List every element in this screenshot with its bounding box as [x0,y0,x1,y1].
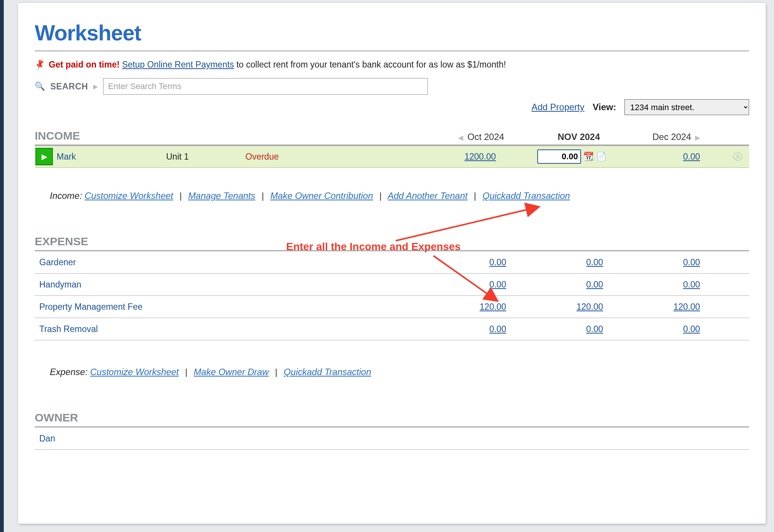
owner-contribution-link[interactable]: Make Owner Contribution [270,191,373,201]
owner-row: Dan [35,427,749,450]
month-prev-col: ◀ Oct 2024 [431,132,530,142]
month-current-label: NOV 2024 [530,132,628,142]
expense-row: Trash Removal0.000.000.00 [35,318,749,340]
expense-row: Property Management Fee120.00120.00120.0… [35,296,749,318]
income-header: INCOME ◀ Oct 2024 NOV 2024 Dec 2024 ▶ [35,129,749,146]
income-row: ▶ Mark Unit 1 Overdue 1200.00 📆 📄 0.00 ⓧ [35,146,749,168]
promo-lead: Get paid on time! [49,60,120,69]
month-next-label: Dec 2024 [652,132,691,142]
income-customize-link[interactable]: Customize Worksheet [85,191,173,201]
note-icon[interactable]: 📄 [596,151,607,162]
promo-link[interactable]: Setup Online Rent Payments [122,60,234,69]
expense-next-value[interactable]: 0.00 [683,280,700,289]
tenant-status: Overdue [245,152,412,162]
expense-name[interactable]: Handyman [35,280,436,290]
chevron-right-icon: ▶ [93,83,98,90]
expense-current-value[interactable]: 120.00 [577,302,603,312]
promo-tail: to collect rent from your tenant's bank … [234,60,506,69]
search-icon: 🔍 [35,81,45,91]
income-current-cell: 📆 📄 [522,149,615,164]
expense-next-value[interactable]: 120.00 [674,302,700,312]
expense-next-value[interactable]: 0.00 [683,324,700,334]
expense-name[interactable]: Trash Removal [35,324,436,334]
tenant-unit: Unit 1 [166,152,245,162]
month-prev-label: Oct 2024 [467,132,504,142]
worksheet-card: Worksheet 📌 Get paid on time! Setup Onli… [18,3,766,524]
expense-name[interactable]: Property Management Fee [35,302,436,312]
expense-name[interactable]: Gardener [35,257,436,268]
income-prev-value[interactable]: 1200.00 [464,152,496,161]
expense-table: Gardener0.000.000.00Handyman0.000.000.00… [35,251,749,340]
view-label: View: [593,102,616,112]
expense-current-value[interactable]: 0.00 [586,324,603,334]
month-next-col: Dec 2024 ▶ [628,132,726,142]
expand-row-button[interactable]: ▶ [35,148,53,165]
expense-prev-value[interactable]: 120.00 [480,302,506,312]
add-tenant-link[interactable]: Add Another Tenant [388,191,468,201]
chevron-right-icon[interactable]: ▶ [694,134,702,141]
expense-header: EXPENSE [35,235,749,251]
expense-quickadd-link[interactable]: Quickadd Transaction [284,367,371,377]
expense-prev-value[interactable]: 0.00 [489,280,506,289]
left-nav-stripe [0,0,4,532]
page-title: Worksheet [35,20,749,45]
add-property-link[interactable]: Add Property [532,102,584,112]
expense-prev-value[interactable]: 0.00 [489,324,506,334]
income-quickadd-link[interactable]: Quickadd Transaction [483,191,570,201]
expense-current-value[interactable]: 0.00 [586,257,603,267]
income-current-input[interactable] [537,149,581,164]
search-label: SEARCH [50,81,88,92]
pushpin-icon: 📌 [33,58,46,71]
chevron-left-icon[interactable]: ◀ [456,134,465,141]
expense-row: Handyman0.000.000.00 [35,274,749,296]
expense-actions: Expense: Customize Worksheet | Make Owne… [50,367,749,377]
tenant-name[interactable]: Mark [57,152,166,162]
row-delete-icon[interactable]: ⓧ [726,151,749,163]
expense-customize-link[interactable]: Customize Worksheet [90,367,179,377]
expense-actions-label: Expense: [50,367,88,377]
owner-header: OWNER [35,411,749,427]
income-next-value[interactable]: 0.00 [683,152,700,161]
income-actions-label: Income: [50,191,82,201]
income-prev-cell: 1200.00 [412,152,522,162]
search-row: 🔍 SEARCH ▶ [35,78,749,95]
income-heading: INCOME [35,129,431,142]
expense-heading: EXPENSE [35,235,749,248]
top-tools: Add Property View: 1234 main street. [35,99,749,115]
income-next-cell: 0.00 [616,152,726,162]
promo-banner: 📌 Get paid on time! Setup Online Rent Pa… [35,60,749,70]
expense-prev-value[interactable]: 0.00 [489,257,506,267]
owner-draw-link[interactable]: Make Owner Draw [194,367,269,377]
owner-name[interactable]: Dan [39,434,55,444]
view-select[interactable]: 1234 main street. [624,99,749,115]
manage-tenants-link[interactable]: Manage Tenants [188,191,255,201]
income-actions: Income: Customize Worksheet | Manage Ten… [50,191,749,201]
expense-next-value[interactable]: 0.00 [683,257,700,267]
expense-current-value[interactable]: 0.00 [586,280,603,289]
calendar-edit-icon[interactable]: 📆 [583,151,594,162]
title-divider [35,51,749,51]
expense-row: Gardener0.000.000.00 [35,251,749,274]
owner-heading: OWNER [35,411,749,424]
search-input[interactable] [103,78,428,95]
